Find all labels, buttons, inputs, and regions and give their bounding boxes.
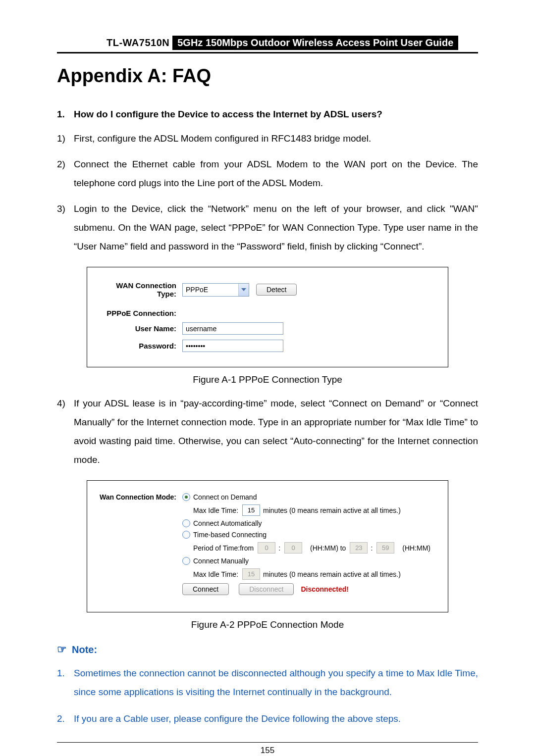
- time-to-h-input[interactable]: 23: [350, 542, 368, 554]
- connection-status: Disconnected!: [301, 585, 348, 593]
- figure-a2-box: Wan Connection Mode: Connect on Demand M…: [87, 480, 448, 612]
- period-label: Period of Time:from: [193, 544, 254, 552]
- header-title: 5GHz 150Mbps Outdoor Wireless Access Poi…: [172, 36, 458, 50]
- step-text: First, configure the ADSL Modem configur…: [74, 129, 478, 148]
- radio-connect-auto[interactable]: [182, 519, 190, 527]
- colon: :: [278, 544, 280, 552]
- document-page: TL-WA7510N 5GHz 150Mbps Outdoor Wireless…: [0, 0, 535, 756]
- note-text: Sometimes the connection cannot be disco…: [74, 664, 478, 702]
- wan-conn-type-select[interactable]: PPPoE: [182, 283, 249, 297]
- step-3: 3) Login to the Device, click the “Netwo…: [57, 200, 478, 256]
- detect-button[interactable]: Detect: [256, 284, 297, 296]
- radio-time-based[interactable]: [182, 531, 190, 539]
- step-text: Login to the Device, click the “Network”…: [74, 200, 478, 256]
- max-idle-input-2[interactable]: 15: [242, 568, 260, 580]
- hhmm-to-label: (HH:MM) to: [310, 544, 346, 552]
- page-header: TL-WA7510N 5GHz 150Mbps Outdoor Wireless…: [57, 36, 478, 53]
- max-idle-label: Max Idle Time:: [193, 506, 238, 514]
- page-footer: 155: [57, 742, 478, 756]
- time-to-m-input[interactable]: 59: [376, 542, 394, 554]
- hhmm-label: (HH:MM): [402, 544, 430, 552]
- note-heading: ☞ Note:: [57, 643, 478, 656]
- step-number: 3): [57, 200, 74, 256]
- radio-connect-manual[interactable]: [182, 557, 190, 565]
- step-number: 1): [57, 129, 74, 148]
- note-number: 1.: [57, 664, 74, 702]
- question-number: 1.: [57, 106, 74, 122]
- figure-a1-caption: Figure A-1 PPPoE Connection Type: [57, 374, 478, 385]
- username-input[interactable]: username: [182, 322, 283, 335]
- chevron-down-icon: [238, 284, 249, 296]
- disconnect-button[interactable]: Disconnect: [239, 583, 294, 595]
- radio-label: Connect Automatically: [193, 519, 262, 527]
- step-number: 2): [57, 155, 74, 193]
- step-2: 2) Connect the Ethernet cable from your …: [57, 155, 478, 193]
- radio-label: Connect on Demand: [193, 493, 257, 501]
- question-text: How do I configure the Device to access …: [74, 106, 382, 122]
- select-value: PPPoE: [183, 286, 238, 294]
- note-text: If you are a Cable user, please configur…: [74, 709, 478, 728]
- time-from-h-input[interactable]: 0: [258, 542, 275, 554]
- radio-connect-on-demand[interactable]: [182, 493, 190, 501]
- wan-conn-type-label: WAN Connection Type:: [98, 281, 182, 298]
- note-item-2: 2. If you are a Cable user, please confi…: [57, 709, 478, 728]
- pppoe-section-label: PPPoE Connection:: [98, 309, 182, 317]
- max-idle-label: Max Idle Time:: [193, 570, 238, 578]
- step-4: 4) If your ADSL lease is in “pay-accordi…: [57, 394, 478, 469]
- step-text: Connect the Ethernet cable from your ADS…: [74, 155, 478, 193]
- username-label: User Name:: [98, 324, 182, 333]
- figure-a1-box: WAN Connection Type: PPPoE Detect PPPoE …: [87, 267, 448, 367]
- page-title: Appendix A: FAQ: [57, 65, 478, 87]
- max-idle-input[interactable]: 15: [242, 504, 260, 516]
- note-heading-text: Note:: [72, 644, 97, 655]
- note-item-1: 1. Sometimes the connection cannot be di…: [57, 664, 478, 702]
- step-1: 1) First, configure the ADSL Modem confi…: [57, 129, 478, 148]
- radio-label: Connect Manually: [193, 557, 249, 565]
- password-label: Password:: [98, 342, 182, 350]
- time-from-m-input[interactable]: 0: [284, 542, 302, 554]
- step-text: If your ADSL lease is in “pay-according-…: [74, 394, 478, 469]
- password-input[interactable]: ••••••••: [182, 340, 283, 352]
- faq-question: 1. How do I configure the Device to acce…: [57, 106, 478, 122]
- pointing-hand-icon: ☞: [57, 643, 67, 656]
- step-number: 4): [57, 394, 74, 469]
- colon: :: [371, 544, 373, 552]
- figure-a2-caption: Figure A-2 PPPoE Connection Mode: [57, 619, 478, 630]
- connect-button[interactable]: Connect: [182, 583, 229, 595]
- max-idle-suffix: minutes (0 means remain active at all ti…: [263, 506, 401, 514]
- header-model: TL-WA7510N: [57, 37, 169, 49]
- page-number: 155: [261, 746, 274, 755]
- wan-conn-mode-label: Wan Connection Mode:: [98, 493, 182, 501]
- radio-label: Time-based Connecting: [193, 531, 267, 539]
- max-idle-suffix: minutes (0 means remain active at all ti…: [263, 570, 401, 578]
- note-number: 2.: [57, 709, 74, 728]
